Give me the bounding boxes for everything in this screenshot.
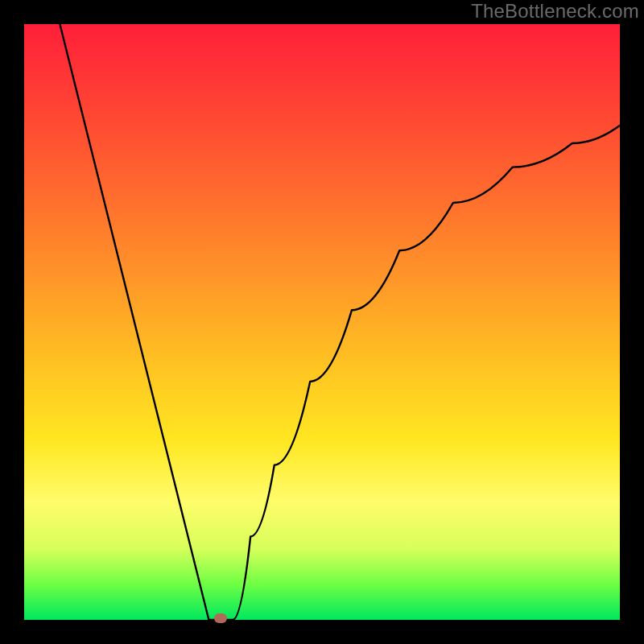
bottleneck-curve xyxy=(60,24,620,620)
curve-svg xyxy=(24,24,620,620)
plot-area xyxy=(24,24,620,620)
chart-container: TheBottleneck.com xyxy=(0,0,644,644)
cusp-marker xyxy=(214,613,227,623)
watermark-text: TheBottleneck.com xyxy=(471,0,639,23)
